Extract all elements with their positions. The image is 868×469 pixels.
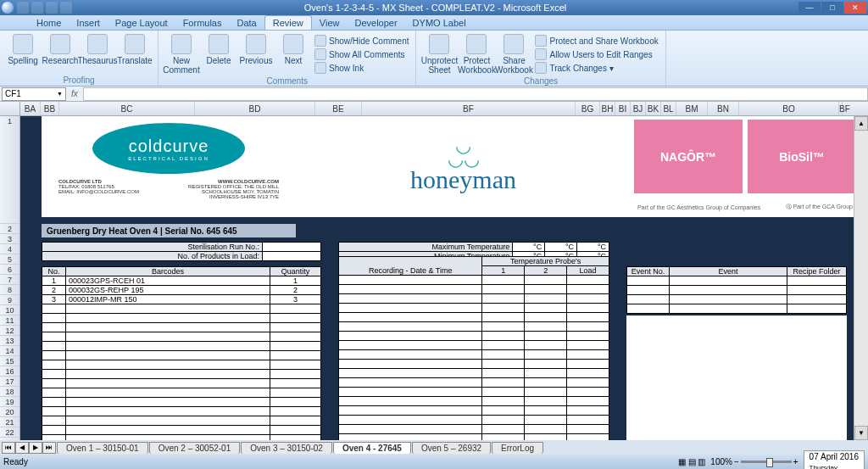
col-header-BD[interactable]: BD (195, 102, 315, 115)
col-header-BH[interactable]: BH (600, 102, 615, 115)
row-header-11[interactable]: 11 (0, 315, 19, 326)
group-changes-label: Changes (421, 76, 659, 87)
close-button[interactable]: ✕ (844, 2, 866, 14)
sheet-tab[interactable]: Oven 3 – 30150-02 (241, 442, 332, 454)
sheet-tab[interactable]: ErrorLog (492, 442, 543, 454)
row-header-9[interactable]: 9 (0, 295, 19, 305)
thesaurus-button[interactable]: Thesaurus (80, 32, 115, 67)
row-header-20[interactable]: 20 (0, 407, 19, 417)
share-workbook-button[interactable]: Share Workbook (496, 32, 531, 76)
tab-insert[interactable]: Insert (69, 16, 108, 30)
sheet-tab[interactable]: Oven 2 – 30052-01 (149, 442, 241, 454)
tab-review[interactable]: Review (264, 15, 312, 30)
unprotect-icon (429, 34, 449, 54)
col-header-BM[interactable]: BM (676, 102, 708, 115)
row-header-7[interactable]: 7 (0, 275, 19, 285)
col-header-BL[interactable]: BL (661, 102, 676, 115)
new-comment-icon (171, 34, 192, 54)
row-header-14[interactable]: 14 (0, 346, 19, 356)
row-header-8[interactable]: 8 (0, 285, 19, 295)
row-header-10[interactable]: 10 (0, 305, 19, 315)
tab-developer[interactable]: Developer (347, 16, 404, 30)
row-header-3[interactable]: 3 (0, 234, 19, 244)
col-header-BF[interactable]: BF (839, 102, 843, 115)
fx-label[interactable]: fx (71, 89, 78, 98)
tab-view[interactable]: View (312, 16, 348, 30)
tab-home[interactable]: Home (29, 16, 69, 30)
tab-formulas[interactable]: Formulas (175, 16, 230, 30)
protect-share-button[interactable]: Protect and Share Workbook (533, 34, 659, 47)
show-all-comments-button[interactable]: Show All Comments (313, 47, 410, 61)
coldcurve-logo: coldcurveELECTRICAL DESIGN COLDCURVE LTD… (42, 116, 296, 217)
row-header-5[interactable]: 5 (0, 254, 19, 265)
previous-comment-button[interactable]: Previous (238, 32, 274, 76)
group-comments-label: Comments (164, 76, 410, 87)
barcode-table: No.BarcodesQuantity 1000023GPS-RCEH 0112… (42, 266, 321, 469)
row-header-21[interactable]: 21 (0, 417, 19, 427)
research-button[interactable]: Research (42, 32, 78, 67)
col-header-BC[interactable]: BC (59, 102, 195, 115)
zoom-control[interactable]: 100% −+ (710, 457, 798, 466)
new-comment-button[interactable]: New Comment (164, 32, 199, 76)
ribbon-tabs: Home Insert Page Layout Formulas Data Re… (0, 15, 868, 31)
col-header-BN[interactable]: BN (708, 102, 739, 115)
table-row: 2000032GS-REHP 1952 (42, 286, 321, 295)
spelling-icon (13, 34, 33, 54)
view-buttons[interactable]: ▦ ▤ ▥ (678, 457, 706, 466)
tab-page-layout[interactable]: Page Layout (108, 16, 175, 30)
col-header-BA[interactable]: BA (20, 102, 41, 115)
row-header-1[interactable]: 1 (0, 116, 19, 224)
col-header-BG[interactable]: BG (576, 102, 600, 115)
row-header-17[interactable]: 17 (0, 377, 19, 387)
previous-icon (246, 34, 266, 54)
left-info-box: Sterilisation Run No.: No. of Products i… (42, 242, 321, 261)
research-icon (50, 34, 70, 54)
protect-workbook-icon (466, 34, 487, 54)
sheet-tab[interactable]: Oven 4 - 27645 (333, 442, 411, 454)
col-header-BJ[interactable]: BJ (631, 102, 646, 115)
unprotect-sheet-button[interactable]: Unprotect Sheet (421, 32, 457, 76)
tab-dymo[interactable]: DYMO Label (405, 16, 474, 30)
next-comment-button[interactable]: Next (275, 32, 311, 76)
minimize-button[interactable]: — (798, 2, 821, 14)
row-header-22[interactable]: 22 (0, 427, 19, 438)
maximize-button[interactable]: □ (821, 2, 843, 14)
tab-data[interactable]: Data (229, 16, 264, 30)
row-header-19[interactable]: 19 (0, 397, 19, 407)
quick-access-toolbar[interactable] (17, 2, 72, 14)
protect-workbook-button[interactable]: Protect Workbook (459, 32, 494, 76)
col-header-BO[interactable]: BO (739, 102, 839, 115)
vertical-scrollbar[interactable]: ▲▼ (854, 116, 868, 440)
row-header-2[interactable]: 2 (0, 224, 19, 234)
header-logos-row: coldcurveELECTRICAL DESIGN COLDCURVE LTD… (42, 116, 860, 217)
allow-edit-ranges-button[interactable]: Allow Users to Edit Ranges (533, 47, 659, 61)
recording-table: Recording - Date & TimeTemperature Probe… (338, 256, 609, 469)
row-header-16[interactable]: 16 (0, 366, 19, 377)
row-header-13[interactable]: 13 (0, 336, 19, 346)
name-box[interactable]: CF1▼ (2, 87, 66, 101)
col-header-BK[interactable]: BK (646, 102, 661, 115)
formula-input[interactable] (83, 87, 868, 101)
share-icon (504, 34, 524, 54)
sheet-nav-buttons[interactable]: ⏮◀▶⏭ (2, 442, 56, 454)
spelling-button[interactable]: Spelling (5, 32, 41, 67)
show-hide-comment-button[interactable]: Show/Hide Comment (313, 34, 410, 47)
select-all-corner[interactable] (0, 102, 20, 115)
col-header-BI[interactable]: BI (615, 102, 631, 115)
translate-button[interactable]: Translate (117, 32, 153, 67)
show-ink-button[interactable]: Show Ink (313, 61, 410, 75)
col-header-BB[interactable]: BB (41, 102, 59, 115)
row-header-18[interactable]: 18 (0, 387, 19, 397)
sheet-tab[interactable]: Oven 5 – 26932 (412, 442, 491, 454)
row-header-15[interactable]: 15 (0, 356, 19, 366)
delete-comment-button[interactable]: Delete (201, 32, 236, 76)
sheet-tab[interactable]: Oven 1 – 30150-01 (57, 442, 148, 454)
track-changes-button[interactable]: Track Changes ▾ (533, 61, 659, 75)
worksheet[interactable]: coldcurveELECTRICAL DESIGN COLDCURVE LTD… (20, 116, 868, 440)
office-orb[interactable] (2, 2, 14, 14)
col-header-BE[interactable]: BE (315, 102, 362, 115)
row-header-6[interactable]: 6 (0, 265, 19, 275)
row-header-12[interactable]: 12 (0, 326, 19, 336)
row-header-4[interactable]: 4 (0, 244, 19, 254)
col-header-BF[interactable]: BF (362, 102, 576, 115)
